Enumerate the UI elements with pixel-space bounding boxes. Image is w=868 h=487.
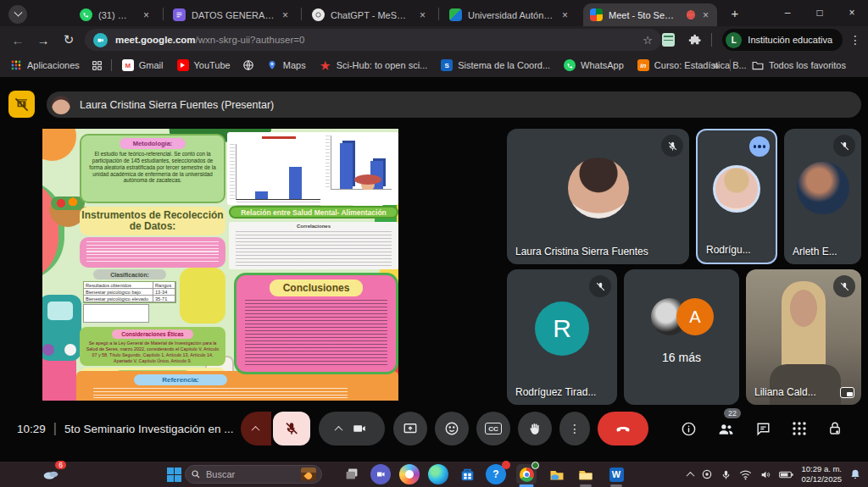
start-button[interactable] xyxy=(164,464,184,484)
window-minimize-button[interactable]: – xyxy=(771,0,804,25)
task-view-icon[interactable] xyxy=(342,464,362,484)
tab-close-icon[interactable]: × xyxy=(418,9,427,21)
window-close-button[interactable]: × xyxy=(836,0,868,25)
tray-expand-chevron[interactable] xyxy=(687,471,695,479)
bookmark-scihub[interactable]: ★Sci-Hub: to open sci... xyxy=(313,59,435,71)
browser-menu-icon[interactable]: ⋮ xyxy=(849,33,861,47)
globe-bookmark-icon[interactable] xyxy=(237,59,259,71)
tab-title: Universidad Autónoma d xyxy=(468,10,554,20)
chrome-icon-active[interactable] xyxy=(516,464,537,484)
activities-grid-icon[interactable] xyxy=(792,421,807,436)
bookmark-apps[interactable]: Aplicaciones xyxy=(3,59,86,71)
form-favicon xyxy=(173,8,186,21)
edge-icon[interactable] xyxy=(428,464,448,484)
participant-tile-liliana[interactable]: Liliana Cald... xyxy=(746,269,861,405)
tab-close-icon[interactable]: × xyxy=(560,9,570,21)
reactions-button[interactable] xyxy=(435,412,469,445)
bookmark-gmail[interactable]: MGmail xyxy=(115,59,170,71)
address-bar[interactable]: meet.google.com/wxn-skrg-uii?authuser=0 … xyxy=(85,29,661,51)
participant-tile-rodriguez-tirado[interactable]: R A Rodríguez Tirad... xyxy=(507,269,617,405)
profile-chip[interactable]: L Institución educativa xyxy=(722,29,843,51)
tab-close-icon[interactable]: × xyxy=(142,9,151,21)
salad-top-illustration xyxy=(51,196,85,210)
reload-icon[interactable]: ↻ xyxy=(56,32,81,47)
watermelon-illustration xyxy=(42,180,64,281)
get-help-icon[interactable]: ? xyxy=(486,464,506,484)
participant-name: Liliana Cald... xyxy=(754,386,816,398)
instruments-title: Instrumentos de Recolección de Datos: xyxy=(80,207,225,235)
participant-tile-rodriguez[interactable]: Rodrígu... xyxy=(696,129,777,264)
captions-button[interactable]: CC xyxy=(476,412,510,445)
raise-hand-button[interactable] xyxy=(518,412,552,445)
end-call-button[interactable] xyxy=(598,412,648,445)
host-controls-lock-icon[interactable] xyxy=(827,421,843,436)
battery-icon[interactable] xyxy=(779,470,793,479)
extensions-puzzle-icon[interactable] xyxy=(688,33,702,47)
bookmark-maps[interactable]: Maps xyxy=(259,59,313,71)
new-tab-button[interactable]: + xyxy=(722,0,748,25)
bookmark-whatsapp[interactable]: WhatsApp xyxy=(557,59,631,71)
bookmark-sistema[interactable]: SSistema de la Coord... xyxy=(434,59,557,71)
notification-bell-icon[interactable] xyxy=(849,468,861,480)
widgets-weather-icon[interactable]: 6 xyxy=(41,464,61,484)
participant-tile-more[interactable]: A 16 más xyxy=(624,269,739,405)
onedrive-folder-icon[interactable] xyxy=(547,464,567,484)
word-icon[interactable]: W xyxy=(606,464,626,484)
tab-close-icon[interactable]: × xyxy=(281,9,290,21)
ethics-title: Consideraciones Éticas xyxy=(112,329,193,339)
participants-count-badge: 22 xyxy=(724,408,741,418)
avatar xyxy=(797,162,849,214)
wifi-icon[interactable] xyxy=(739,469,752,480)
presenter-avatar xyxy=(52,96,70,114)
camera-options-chevron[interactable] xyxy=(335,425,343,434)
volume-icon[interactable] xyxy=(760,469,771,480)
present-button[interactable] xyxy=(393,412,427,445)
tab-search-button[interactable] xyxy=(8,5,27,24)
record-tray-icon[interactable] xyxy=(701,468,713,480)
mic-tray-icon[interactable] xyxy=(721,469,732,480)
conclusions-title: Conclusiones xyxy=(270,279,363,296)
windows-taskbar: 6 Buscar ? W xyxy=(0,462,868,487)
mic-options-chevron[interactable] xyxy=(241,412,271,445)
search-icon xyxy=(191,469,201,479)
back-icon[interactable]: ← xyxy=(5,33,31,47)
store-icon[interactable] xyxy=(457,464,477,484)
bookmark-label: Curso: Estadística B... xyxy=(654,60,747,70)
participants-button[interactable]: 22 xyxy=(717,420,735,438)
collections-icon[interactable] xyxy=(86,60,108,71)
bookmark-curso[interactable]: inCurso: Estadística B... xyxy=(631,59,754,71)
bookmarks-overflow-icon[interactable]: » xyxy=(713,59,719,72)
tile-menu-icon[interactable] xyxy=(749,136,770,157)
tab-whatsapp[interactable]: (31) WhatsApp × xyxy=(73,3,158,26)
participant-tile-laura[interactable]: Laura Cristina Sierra Fuentes xyxy=(507,129,689,264)
camera-group[interactable] xyxy=(319,412,385,445)
extension-clipboard-icon[interactable] xyxy=(662,33,675,47)
tab-universidad[interactable]: Universidad Autónoma d × xyxy=(442,3,576,26)
tab-close-icon[interactable]: × xyxy=(701,9,710,21)
scihub-icon: ★ xyxy=(320,59,331,71)
presentation-off-icon[interactable] xyxy=(8,91,35,118)
bookmark-label: Sci-Hub: to open sci... xyxy=(337,60,428,70)
more-options-button[interactable]: ⋮ xyxy=(559,412,590,445)
file-explorer-icon[interactable] xyxy=(576,464,596,484)
chat-icon[interactable] xyxy=(755,421,771,437)
window-maximize-button[interactable]: □ xyxy=(804,0,836,25)
participant-name: Rodríguez Tirad... xyxy=(515,386,596,398)
copilot-icon[interactable] xyxy=(399,464,420,484)
mic-toggle-button[interactable] xyxy=(273,412,310,445)
bookmark-all-favorites[interactable]: Todos los favoritos xyxy=(745,60,853,70)
info-icon[interactable] xyxy=(681,421,697,437)
participant-tile-arleth[interactable]: Arleth E... xyxy=(784,129,861,264)
tab-datos-generales[interactable]: DATOS GENERALES × xyxy=(166,3,297,26)
meet-app-icon[interactable] xyxy=(370,464,391,484)
bookmark-star-icon[interactable]: ☆ xyxy=(643,34,653,47)
maps-pin-icon xyxy=(266,59,278,71)
tab-meet-active[interactable]: Meet - 5to Seminario × xyxy=(583,3,717,26)
bookmark-youtube[interactable]: YouTube xyxy=(170,59,237,71)
search-box[interactable]: Buscar xyxy=(185,465,322,484)
meet-favicon xyxy=(590,8,603,21)
tab-chatgpt[interactable]: ChatGPT - MeSH PICO × xyxy=(305,3,434,26)
forward-icon[interactable]: → xyxy=(31,33,56,47)
taskbar-clock[interactable]: 10:29 a. m. 02/12/2025 xyxy=(801,464,842,484)
classification-title: Clasificación: xyxy=(93,269,166,279)
